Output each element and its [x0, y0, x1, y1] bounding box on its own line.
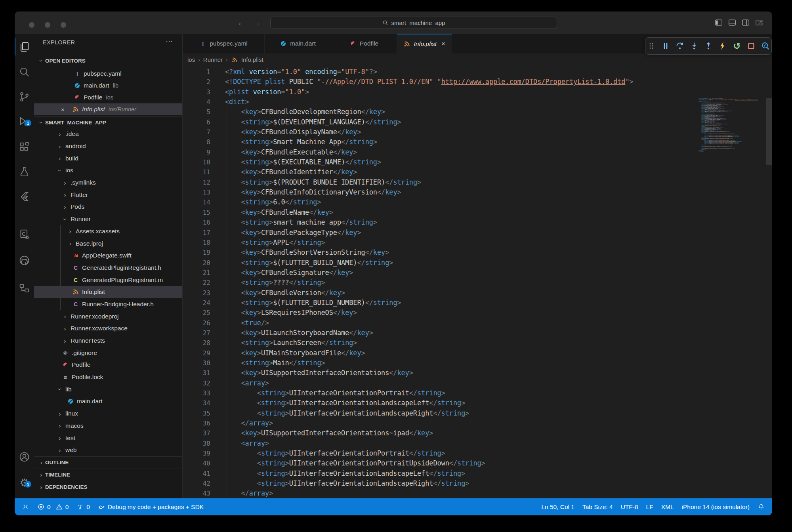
tree-item-Base.lproj[interactable]: ›Base.lproj — [34, 237, 182, 250]
device-selector[interactable]: iPhone 14 (ios simulator) — [682, 503, 750, 511]
close-window-button[interactable] — [29, 22, 34, 28]
language-mode-indicator[interactable]: XML — [661, 503, 674, 511]
code-line-23: <key>CFBundleVersion</key> — [225, 288, 698, 298]
zoom-window-button[interactable] — [61, 22, 66, 28]
step-out-icon[interactable] — [703, 41, 714, 51]
tree-item-Assets.xcassets[interactable]: ›Assets.xcassets — [34, 225, 182, 238]
close-icon[interactable]: × — [61, 106, 69, 113]
problems-indicator[interactable]: 0 0 — [37, 503, 69, 511]
stop-icon[interactable] — [746, 41, 757, 51]
tree-item-.idea[interactable]: ›.idea — [34, 128, 182, 140]
c-purple-file-icon: C — [72, 301, 79, 308]
tree-item-.symlinks[interactable]: ›.symlinks — [34, 177, 182, 189]
activity-references-icon[interactable] — [15, 281, 34, 295]
breadcrumb-item-Runner[interactable]: Runner — [203, 56, 223, 63]
toggle-panel-icon[interactable] — [728, 18, 737, 27]
activity-testing-icon[interactable] — [15, 165, 34, 178]
broadcast-indicator[interactable]: 0 — [76, 503, 90, 511]
notifications-bell[interactable] — [758, 503, 765, 511]
line-number: 33 — [183, 388, 210, 398]
tab-size-indicator[interactable]: Tab Size: 4 — [582, 503, 613, 511]
customize-layout-icon[interactable] — [755, 18, 763, 27]
tree-item-Runner.xcworkspace[interactable]: ›Runner.xcworkspace — [34, 322, 182, 335]
step-into-icon[interactable] — [689, 41, 700, 51]
widget-inspector-icon[interactable] — [760, 41, 771, 51]
minimize-window-button[interactable] — [45, 22, 50, 28]
sidebar-section-timeline[interactable]: ›TIMELINE — [34, 469, 182, 481]
tree-item-.gitignore[interactable]: .gitignore — [34, 347, 182, 359]
activity-github-icon[interactable] — [15, 254, 34, 267]
code-line-16: <string>smart_machine_app</string> — [225, 217, 698, 227]
activity-accounts-icon[interactable] — [15, 450, 34, 463]
encoding-indicator[interactable]: UTF-8 — [621, 503, 638, 511]
tree-item-web[interactable]: ›web — [34, 444, 182, 456]
tree-item-Pods[interactable]: ›Pods — [34, 201, 182, 213]
hot-restart-icon[interactable]: ↺ — [732, 41, 742, 51]
activity-source-control-icon[interactable] — [15, 90, 34, 103]
close-icon[interactable]: × — [441, 40, 445, 48]
open-editor-item-pubspec.yaml[interactable]: !pubspec.yaml — [34, 68, 182, 80]
code-line-19: <key>CFBundleShortVersionString</key> — [225, 248, 698, 257]
minimap[interactable]: <?xml version="1.0" encoding="UTF-8"?> <… — [698, 98, 758, 217]
sidebar-section-outline[interactable]: ›OUTLINE — [34, 456, 182, 468]
tree-item-Info.plist[interactable]: Info.plist — [34, 286, 182, 298]
open-editor-item-Info.plist[interactable]: ×Info.plistios/Runner — [34, 103, 182, 115]
tree-item-Runner.xcodeproj[interactable]: ›Runner.xcodeproj — [34, 310, 182, 322]
tree-item-ios[interactable]: ›ios — [34, 164, 182, 177]
tree-item-RunnerTests[interactable]: ›RunnerTests — [34, 335, 182, 347]
tree-item-AppDelegate.swift[interactable]: AppDelegate.swift — [34, 250, 182, 262]
breadcrumb-item-Info.plist[interactable]: Info.plist — [241, 56, 263, 63]
activity-run-and-debug-icon[interactable]: 1 — [15, 115, 34, 128]
sidebar-section-dependencies[interactable]: ›DEPENDENCIES — [34, 481, 182, 493]
hot-reload-icon[interactable] — [718, 41, 728, 51]
tab-main.dart[interactable]: main.dart — [265, 34, 331, 53]
command-center-search[interactable]: smart_machine_app — [270, 17, 557, 29]
tree-item-Runner[interactable]: ›Runner — [34, 213, 182, 225]
activity-project-tools-icon[interactable] — [15, 227, 34, 241]
tree-item-test[interactable]: ›test — [34, 432, 182, 444]
tree-item-GeneratedPluginRegistrant.m[interactable]: CGeneratedPluginRegistrant.m — [34, 274, 182, 286]
tree-item-macos[interactable]: ›macos — [34, 420, 182, 432]
open-editors-header[interactable]: › OPEN EDITORS — [34, 55, 182, 67]
breadcrumb-item-ios[interactable]: ios — [187, 56, 195, 63]
activity-extensions-icon[interactable] — [15, 140, 34, 153]
activity-explorer-icon[interactable] — [15, 40, 34, 53]
tab-pubspec.yaml[interactable]: !pubspec.yaml — [183, 34, 265, 53]
editor-scrollbar[interactable] — [765, 66, 773, 499]
scrollbar-slider[interactable] — [766, 98, 772, 165]
tree-item-GeneratedPluginRegistrant.h[interactable]: CGeneratedPluginRegistrant.h — [34, 262, 182, 274]
pause-icon[interactable] — [660, 41, 671, 51]
step-over-icon[interactable] — [675, 41, 685, 51]
cursor-position[interactable]: Ln 50, Col 1 — [541, 503, 574, 511]
pubspec-exclamation-icon: ! — [76, 71, 78, 77]
code-editor[interactable]: 1234567891011121314151617181920212223242… — [183, 66, 773, 499]
tree-item-android[interactable]: ›android — [34, 140, 182, 153]
activity-settings-icon[interactable]: ⚙1 — [15, 476, 34, 490]
tree-item-linux[interactable]: ›linux — [34, 408, 182, 420]
activity-search-icon[interactable] — [15, 65, 34, 78]
toggle-primary-sidebar-icon[interactable] — [714, 18, 723, 27]
eol-indicator[interactable]: LF — [646, 503, 653, 511]
navigate-back-button[interactable]: ← — [236, 19, 246, 27]
toggle-secondary-sidebar-icon[interactable] — [741, 18, 750, 27]
tree-item-lib[interactable]: ›lib — [34, 383, 182, 395]
debug-configuration[interactable]: Debug my code + packages + SDK — [98, 503, 204, 511]
chevron-right-icon: › — [57, 143, 63, 150]
remote-indicator[interactable] — [22, 503, 29, 511]
open-editor-item-Podfile[interactable]: Podfileios — [34, 92, 182, 103]
tree-item-Podfile.lock[interactable]: ≡Podfile.lock — [34, 371, 182, 383]
drag-grip-icon[interactable] — [646, 41, 657, 51]
tree-item-Podfile[interactable]: Podfile — [34, 359, 182, 371]
sidebar-more-actions-icon[interactable]: ⋯ — [166, 37, 173, 46]
tree-item-Runner-Bridging-Header.h[interactable]: CRunner-Bridging-Header.h — [34, 298, 182, 311]
activity-flutter-icon[interactable] — [15, 190, 34, 203]
tree-item-label: Pods — [71, 203, 84, 210]
tab-Podfile[interactable]: Podfile — [331, 34, 397, 53]
tree-item-main.dart[interactable]: main.dart — [34, 395, 182, 408]
tree-item-build[interactable]: ›build — [34, 152, 182, 164]
tree-item-Flutter[interactable]: ›Flutter — [34, 189, 182, 201]
tab-Info.plist[interactable]: Info.plist× — [397, 34, 452, 53]
project-root-header[interactable]: › SMART_MACHINE_APP — [34, 116, 182, 128]
navigate-forward-button[interactable]: → — [252, 19, 262, 27]
open-editor-item-main.dart[interactable]: main.dartlib — [34, 80, 182, 92]
